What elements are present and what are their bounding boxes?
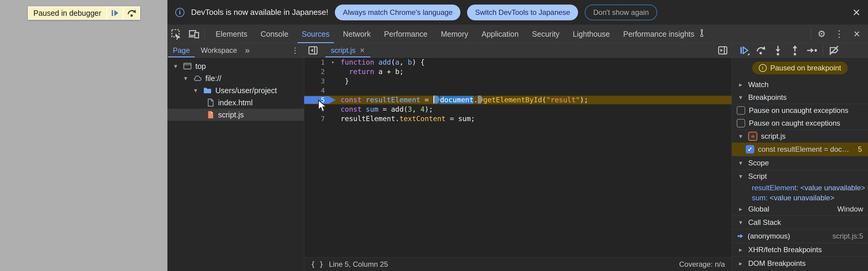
paused-banner-label: Paused in debugger (29, 7, 106, 19)
code-line-content[interactable]: function add(a, b) { (338, 58, 425, 67)
code-line-content[interactable]: resultElement.textContent = sum; (338, 114, 475, 123)
code-editor[interactable]: 1▾function add(a, b) {2 return a + b;3 }… (304, 58, 732, 257)
tab-label: Performance (384, 30, 427, 38)
tree-item-label: file:// (205, 74, 221, 83)
switch-to-japanese-button[interactable]: Switch DevTools to Japanese (467, 5, 578, 20)
code-token: = (420, 96, 433, 104)
scope-script-group[interactable]: ▾ Script (732, 170, 868, 183)
settings-button[interactable]: ⚙ (813, 25, 830, 43)
device-toolbar-button[interactable] (185, 25, 203, 43)
code-line-content[interactable]: } (338, 77, 349, 86)
tab-memory[interactable]: Memory (434, 25, 475, 43)
always-match-language-button[interactable]: Always match Chrome's language (335, 5, 460, 20)
code-token: = add( (378, 105, 408, 113)
code-line-content[interactable]: const sum = add(3, 4); (338, 105, 433, 114)
tree-item-file[interactable]: ▾file:// (167, 72, 304, 84)
pause-caught-checkbox[interactable] (737, 119, 745, 127)
step-over-button[interactable] (753, 43, 769, 57)
tab-performance[interactable]: Performance (377, 25, 434, 43)
close-devtools-button[interactable]: × (848, 25, 866, 43)
show-debugger-sidebar-button[interactable] (714, 43, 732, 57)
scope-variable[interactable]: resultElement: <value unavailable> (732, 183, 868, 193)
scope-variable[interactable]: sum: <value unavailable> (732, 193, 868, 203)
caret-down-icon[interactable]: ▾ (172, 62, 180, 70)
navigator-tab-page[interactable]: Page (167, 43, 195, 57)
code-line-content[interactable]: return a + b; (338, 67, 404, 77)
line-number-gutter[interactable]: 7 (304, 114, 328, 123)
pretty-print-icon[interactable]: { } (311, 260, 323, 268)
code-line-content[interactable]: const resultElement = document.getElemen… (338, 95, 588, 105)
navigator-tab-workspace[interactable]: Workspace (195, 43, 243, 57)
navigator-tab-strip: Page Workspace » ⋮ (167, 43, 304, 58)
line-number-gutter[interactable]: 2 (304, 67, 328, 77)
dont-show-again-button[interactable]: Don't show again (585, 5, 657, 20)
tree-item-users-user-project[interactable]: ▾Users/user/project (167, 84, 304, 96)
frame-location: script.js:5 (833, 232, 863, 240)
tab-console[interactable]: Console (254, 25, 295, 43)
pause-uncaught-row[interactable]: Pause on uncaught exceptions (732, 104, 868, 117)
xhr-breakpoints-section-header[interactable]: ▸ XHR/fetch Breakpoints (732, 243, 868, 257)
more-tabs-icon[interactable]: » (243, 46, 252, 55)
tree-item-top[interactable]: ▾top (167, 60, 304, 72)
step-into-button[interactable] (770, 43, 786, 57)
notification-close-icon[interactable]: × (852, 6, 860, 19)
code-token: , (399, 58, 408, 66)
scope-label: Scope (748, 159, 769, 167)
breakpoint-entry[interactable]: ✓ const resultElement = doc… 5 (732, 143, 868, 156)
code-line-content[interactable] (338, 86, 341, 95)
pause-uncaught-checkbox[interactable] (737, 106, 745, 115)
inspect-element-button[interactable] (167, 25, 185, 43)
line-number-gutter[interactable]: 1 (304, 58, 328, 67)
toolbar-divider (811, 29, 811, 39)
tab-lighthouse[interactable]: Lighthouse (566, 25, 616, 43)
tab-elements[interactable]: Elements (209, 25, 254, 43)
devtools-panel: i DevTools is now available in Japanese!… (167, 0, 868, 271)
tab-sources[interactable]: Sources (295, 25, 336, 43)
resume-button[interactable] (736, 43, 752, 57)
code-token: a (395, 58, 399, 66)
caret-down-icon[interactable]: ▾ (192, 87, 199, 94)
caret-right-icon: ▸ (737, 81, 745, 88)
line-number-gutter[interactable]: 3 (304, 77, 328, 86)
scope-global-group[interactable]: ▸ Global Window (732, 203, 868, 215)
hide-navigator-button[interactable] (304, 43, 322, 57)
line-number-gutter[interactable]: 4 (304, 86, 328, 95)
code-token: "result" (546, 96, 580, 104)
fold-arrow-icon[interactable]: ▾ (328, 58, 338, 67)
call-stack-frame[interactable]: (anonymous) script.js:5 (732, 230, 868, 243)
scope-section-header[interactable]: ▾ Scope (732, 156, 868, 170)
watch-section-header[interactable]: ▸ Watch (732, 78, 868, 91)
tab-application[interactable]: Application (475, 25, 525, 43)
close-tab-icon[interactable]: × (360, 46, 365, 55)
more-options-button[interactable]: ⋮ (830, 25, 848, 43)
tab-security[interactable]: Security (525, 25, 566, 43)
dom-breakpoints-section-header[interactable]: ▸ DOM Breakpoints (732, 257, 868, 270)
deactivate-breakpoints-button[interactable] (826, 43, 842, 57)
panel-tabs: ElementsConsoleSourcesNetworkPerformance… (209, 25, 713, 43)
step-out-button[interactable] (787, 43, 803, 57)
tree-item-index-html[interactable]: index.html (167, 96, 304, 109)
caret-down-icon[interactable]: ▾ (182, 74, 190, 82)
breakpoint-file-group[interactable]: ▾ ‹› script.js (732, 130, 868, 143)
resume-script-button[interactable] (107, 7, 123, 19)
code-token (341, 68, 349, 76)
editor-pane: script.js × 1▾function add(a, b) {2 retu… (304, 43, 732, 271)
breakpoints-section-header[interactable]: ▾ Breakpoints (732, 91, 868, 104)
step-button[interactable] (804, 43, 820, 57)
code-token: textContent (399, 115, 445, 123)
navigator-more-options-button[interactable]: ⋮ (286, 43, 304, 57)
step-over-button[interactable] (124, 7, 140, 19)
tab-label: Console (260, 30, 288, 38)
inspect-icon (170, 28, 182, 40)
paused-message: Paused on breakpoint (770, 64, 841, 72)
gear-icon: ⚙ (818, 29, 826, 38)
editor-tab-scriptjs[interactable]: script.js × (325, 43, 371, 57)
breakpoint-checkbox[interactable]: ✓ (746, 145, 754, 154)
call-stack-section-header[interactable]: ▾ Call Stack (732, 216, 868, 229)
code-token (362, 105, 366, 113)
tab-network[interactable]: Network (336, 25, 378, 43)
tab-performance-insights[interactable]: Performance insights (617, 25, 713, 43)
breakpoints-label: Breakpoints (748, 93, 787, 102)
pause-caught-row[interactable]: Pause on caught exceptions (732, 117, 868, 129)
tree-item-script-js[interactable]: script.js (167, 109, 304, 121)
